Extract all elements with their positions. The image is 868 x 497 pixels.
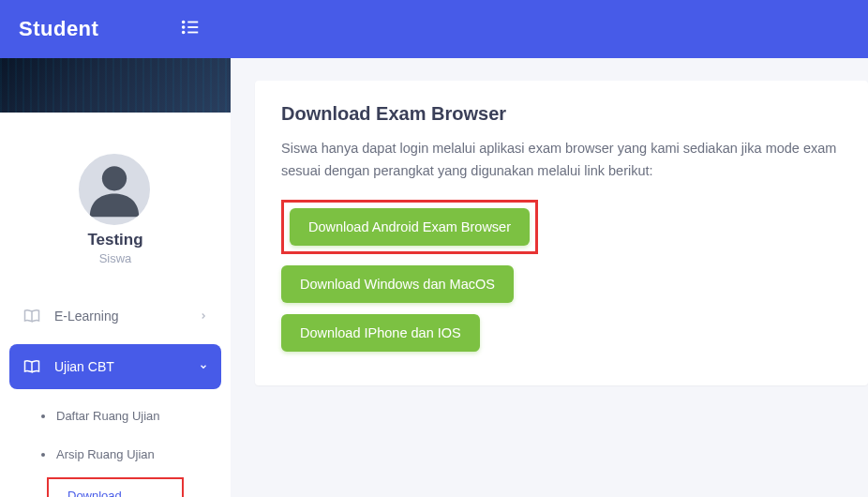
nav-label: E-Learning bbox=[54, 309, 119, 324]
svg-point-4 bbox=[183, 32, 185, 34]
card-description: Siswa hanya dapat login melalui aplikasi… bbox=[281, 138, 842, 183]
nav-item-elearning[interactable]: E-Learning bbox=[9, 294, 221, 339]
subnav-item-download-exambro[interactable]: Download Exambro bbox=[49, 479, 182, 497]
main-content: Download Exam Browser Siswa hanya dapat … bbox=[255, 81, 868, 385]
subnav-ujian-cbt: Daftar Ruang Ujian Arsip Ruang Ujian Dow… bbox=[9, 397, 221, 497]
profile-role: Siswa bbox=[0, 251, 231, 265]
highlight-annotation: Download Exambro bbox=[47, 477, 184, 497]
book-icon bbox=[22, 307, 41, 325]
avatar[interactable] bbox=[75, 150, 154, 229]
download-card: Download Exam Browser Siswa hanya dapat … bbox=[255, 81, 868, 385]
book-open-icon bbox=[22, 357, 41, 376]
download-ios-button[interactable]: Download IPhone dan IOS bbox=[281, 314, 480, 352]
nav-label: Ujian CBT bbox=[54, 359, 114, 374]
profile-name: Testing bbox=[0, 231, 231, 249]
chevron-down-icon bbox=[199, 359, 208, 374]
chevron-right-icon bbox=[199, 309, 208, 324]
subnav-label: Daftar Ruang Ujian bbox=[56, 409, 160, 423]
brand-title: Student bbox=[19, 17, 98, 41]
download-android-button[interactable]: Download Android Exam Browser bbox=[290, 208, 530, 246]
menu-toggle-icon[interactable] bbox=[180, 17, 201, 41]
subnav-item-daftar-ruang[interactable]: Daftar Ruang Ujian bbox=[9, 397, 221, 435]
card-title: Download Exam Browser bbox=[281, 103, 842, 125]
subnav-label: Download Exambro bbox=[67, 489, 163, 497]
svg-point-2 bbox=[183, 26, 185, 28]
download-windows-button[interactable]: Download Windows dan MacOS bbox=[281, 265, 514, 303]
profile-banner bbox=[0, 58, 231, 113]
svg-point-0 bbox=[183, 22, 185, 23]
subnav-label: Arsip Ruang Ujian bbox=[56, 447, 155, 461]
svg-point-6 bbox=[102, 166, 127, 190]
sidebar: Testing Siswa E-Learning Ujian CBT Dafta… bbox=[0, 58, 231, 497]
nav: E-Learning Ujian CBT Daftar Ruang Ujian … bbox=[0, 294, 231, 497]
top-header: Student bbox=[0, 0, 868, 58]
highlight-annotation: Download Android Exam Browser bbox=[281, 200, 538, 254]
nav-item-ujian-cbt[interactable]: Ujian CBT bbox=[9, 344, 221, 389]
subnav-item-arsip-ruang[interactable]: Arsip Ruang Ujian bbox=[9, 435, 221, 474]
